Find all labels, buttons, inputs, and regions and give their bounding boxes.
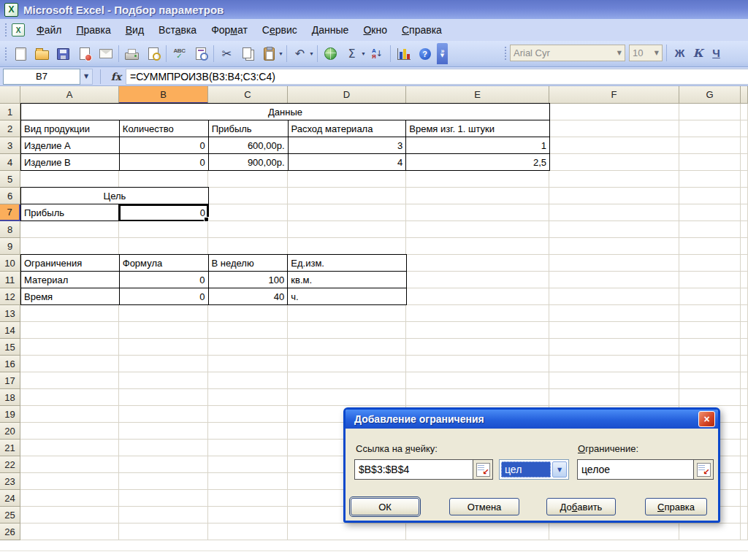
- grid-cell[interactable]: [288, 204, 406, 221]
- grid-cell[interactable]: [679, 204, 741, 221]
- mail-icon[interactable]: [95, 44, 116, 64]
- toolbar-grip-icon[interactable]: [4, 23, 7, 37]
- grid-cell[interactable]: [119, 372, 208, 389]
- grid-cell[interactable]: [549, 305, 679, 322]
- column-header-partial[interactable]: [741, 86, 748, 104]
- row-header-25[interactable]: 25: [0, 507, 20, 523]
- column-header-G[interactable]: G: [679, 86, 741, 104]
- cell-C10[interactable]: В неделю: [209, 255, 289, 271]
- grid-cell[interactable]: [741, 372, 748, 389]
- grid-cell[interactable]: [549, 356, 679, 372]
- cell-B11[interactable]: 0: [120, 272, 209, 288]
- help-button[interactable]: Справка: [645, 498, 707, 515]
- grid-cell[interactable]: [741, 171, 748, 188]
- row-header-7[interactable]: 7: [0, 204, 20, 221]
- grid-cell[interactable]: [20, 171, 119, 188]
- grid-cell[interactable]: [741, 339, 748, 356]
- cell-B7[interactable]: 0: [119, 204, 208, 221]
- cell-D10[interactable]: Ед.изм.: [288, 255, 406, 271]
- grid-cell[interactable]: [741, 204, 748, 221]
- grid-cell[interactable]: [549, 221, 679, 238]
- grid-cell[interactable]: [208, 322, 288, 339]
- menu-item-insert[interactable]: Вставка: [151, 21, 204, 39]
- grid-cell[interactable]: [549, 322, 679, 339]
- grid-cell[interactable]: [549, 188, 679, 204]
- grid-cell[interactable]: [20, 356, 119, 372]
- grid-cell[interactable]: [119, 406, 208, 423]
- grid-cell[interactable]: [741, 188, 748, 204]
- grid-cell[interactable]: [549, 339, 679, 356]
- help-icon[interactable]: [414, 44, 435, 64]
- constraint-value[interactable]: целое: [578, 460, 693, 479]
- grid-cell[interactable]: [288, 372, 406, 389]
- cell-D11[interactable]: кв.м.: [288, 272, 406, 288]
- name-box[interactable]: B7: [3, 69, 80, 85]
- grid-cell[interactable]: [208, 523, 288, 540]
- column-header-D[interactable]: D: [288, 86, 406, 104]
- close-icon[interactable]: [698, 411, 715, 427]
- chart-wizard-icon[interactable]: [393, 44, 414, 64]
- row-header-19[interactable]: 19: [0, 406, 20, 423]
- row-header-24[interactable]: 24: [0, 490, 20, 507]
- bold-button[interactable]: Ж: [671, 44, 689, 62]
- grid-cell[interactable]: [288, 238, 406, 255]
- grid-cell[interactable]: [208, 406, 288, 423]
- grid-cell[interactable]: [741, 389, 748, 406]
- cell-B12[interactable]: 0: [120, 288, 209, 305]
- cell-A2[interactable]: Вид продукции: [21, 120, 120, 137]
- grid-cell[interactable]: [549, 523, 679, 540]
- grid-cell[interactable]: [20, 238, 119, 255]
- grid-cell[interactable]: [20, 440, 119, 456]
- menu-item-help[interactable]: Справка: [394, 21, 449, 39]
- cell-A12[interactable]: Время: [21, 288, 120, 305]
- grid-cell[interactable]: [679, 523, 741, 540]
- menu-item-file[interactable]: Файл: [29, 21, 69, 39]
- cancel-button[interactable]: Отмена: [449, 498, 519, 515]
- grid-cell[interactable]: [288, 305, 406, 322]
- grid-cell[interactable]: [549, 238, 679, 255]
- grid-cell[interactable]: [741, 356, 748, 372]
- grid-cell[interactable]: [741, 305, 748, 322]
- row-header-18[interactable]: 18: [0, 389, 20, 406]
- grid-cell[interactable]: [119, 456, 208, 473]
- grid-cell[interactable]: [208, 372, 288, 389]
- grid-cell[interactable]: [288, 171, 406, 188]
- collapse-dialog-button[interactable]: [693, 460, 713, 479]
- grid-cell[interactable]: [406, 523, 549, 540]
- toolbar-grip-icon[interactable]: [4, 47, 7, 61]
- grid-cell[interactable]: [679, 255, 741, 272]
- grid-cell[interactable]: [208, 188, 288, 204]
- constraint-field[interactable]: целое: [577, 459, 714, 480]
- cell-A3[interactable]: Изделие A: [21, 137, 120, 153]
- row-header-14[interactable]: 14: [0, 322, 20, 339]
- italic-button[interactable]: К: [689, 44, 707, 62]
- grid-cell[interactable]: [119, 389, 208, 406]
- cell-reference-value[interactable]: $B$3:$B$4: [355, 460, 473, 479]
- cell-AE1[interactable]: Данные: [21, 104, 549, 120]
- name-box-dropdown-icon[interactable]: ▼: [80, 69, 93, 85]
- grid-cell[interactable]: [679, 238, 741, 255]
- cell-C3[interactable]: 600,00р.: [209, 137, 289, 153]
- grid-cell[interactable]: [549, 288, 679, 305]
- grid-cell[interactable]: [288, 523, 406, 540]
- select-all-corner[interactable]: [0, 86, 20, 104]
- row-header-12[interactable]: 12: [0, 288, 20, 305]
- grid-cell[interactable]: [208, 423, 288, 440]
- grid-cell[interactable]: [20, 523, 119, 540]
- row-header-20[interactable]: 20: [0, 423, 20, 440]
- grid-cell[interactable]: [119, 440, 208, 456]
- menu-item-format[interactable]: Формат: [204, 21, 255, 39]
- grid-cell[interactable]: [549, 272, 679, 288]
- grid-cell[interactable]: [406, 389, 549, 406]
- grid-cell[interactable]: [208, 507, 288, 523]
- grid-cell[interactable]: [741, 255, 748, 272]
- chevron-down-icon[interactable]: ▼: [552, 461, 567, 477]
- cell-AB6[interactable]: Цель: [21, 188, 208, 204]
- grid-cell[interactable]: [20, 490, 119, 507]
- grid-cell[interactable]: [119, 473, 208, 490]
- cell-E3[interactable]: 1: [406, 137, 549, 153]
- copy-icon[interactable]: [237, 44, 259, 64]
- grid-cell[interactable]: [741, 456, 748, 473]
- menu-item-edit[interactable]: Правка: [69, 21, 118, 39]
- add-button[interactable]: Добавить: [546, 498, 616, 515]
